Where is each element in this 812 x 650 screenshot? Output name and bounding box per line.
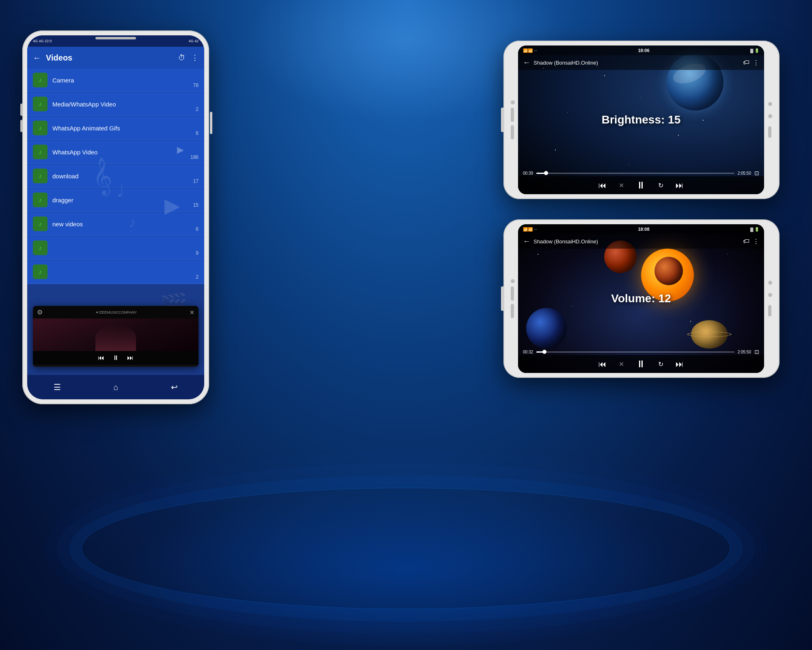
ls-controls-top: ⏮ ✕ ⏸ ↻ ⏭ xyxy=(518,176,764,194)
file-list: ♪ Camera 78 ♪ Media/WhatsApp Video 2 xyxy=(27,69,204,284)
folder-icon: ♪ xyxy=(33,73,48,87)
ls-repeat-bottom[interactable]: ↻ xyxy=(658,360,663,368)
mini-play-button[interactable]: ⏸ xyxy=(112,354,119,362)
back-nav-icon[interactable]: ↩ xyxy=(171,382,178,392)
star xyxy=(604,75,605,76)
list-item[interactable]: ♪ Media/WhatsApp Video 2 xyxy=(27,93,204,116)
bg-rings xyxy=(81,488,731,609)
mini-settings-icon[interactable]: ⚙ xyxy=(37,308,43,316)
ls-total-time-top: 2:05:50 xyxy=(738,171,751,176)
list-item[interactable]: ♪ WhatsApp Animated Gifs 6 xyxy=(27,117,204,140)
star xyxy=(629,165,629,165)
ls-repeat-top[interactable]: ↻ xyxy=(658,182,663,189)
ls-play-bottom[interactable]: ⏸ xyxy=(636,358,646,370)
brightness-overlay: Brightness: 15 xyxy=(602,113,681,126)
home-nav-icon[interactable]: ⌂ xyxy=(113,383,118,392)
file-count: 186 xyxy=(190,154,199,160)
ls-play-top[interactable]: ⏸ xyxy=(636,180,646,191)
camera-btn-bottom xyxy=(511,279,515,283)
ls-more-bottom[interactable]: ⋮ xyxy=(753,238,759,245)
bottom-nav: ☰ ⌂ ↩ xyxy=(27,375,204,399)
music-icon: ♪ xyxy=(39,125,42,131)
planet-blue xyxy=(526,308,567,349)
folder-icon: ♪ xyxy=(33,169,48,183)
volume-overlay: Volume: 12 xyxy=(611,292,671,305)
file-name: Camera xyxy=(52,77,199,84)
ls-back-bottom[interactable]: ← xyxy=(523,237,530,246)
back-button[interactable]: ← xyxy=(33,53,41,63)
play-overlay: ▶ xyxy=(164,194,180,217)
file-name: Media/WhatsApp Video xyxy=(52,101,199,108)
header-actions: ⏱ ⋮ xyxy=(178,53,199,62)
ls-next-top[interactable]: ⏭ xyxy=(676,181,684,190)
ls-progress-bar-bottom: 00:32 2:05:50 ⊡ xyxy=(518,349,764,355)
menu-btn-top xyxy=(768,126,771,138)
power-btn xyxy=(210,112,212,134)
more-icon[interactable]: ⋮ xyxy=(191,53,199,62)
phone-top-right: 📶📶 ··· 18:06 ▓ 🔋 ← Shadow (BonsaiHD.Onli… xyxy=(503,41,780,199)
file-name: new videos xyxy=(52,221,199,228)
menu-nav-icon[interactable]: ☰ xyxy=(54,382,61,392)
list-item[interactable]: ♪ 2 xyxy=(27,260,204,284)
timer-icon[interactable]: ⏱ xyxy=(178,54,186,62)
play-overlay-icon: ▶ xyxy=(177,145,184,155)
ls-controls-bottom: ⏮ ✕ ⏸ ↻ ⏭ xyxy=(518,355,764,373)
phone-side-buttons-left-top xyxy=(511,100,515,139)
back-btn-bottom xyxy=(768,293,772,297)
ls-next-bottom[interactable]: ⏭ xyxy=(676,360,684,369)
folder-icon: ♪ xyxy=(33,121,48,135)
mini-video-area[interactable] xyxy=(33,318,199,351)
camera-btn xyxy=(511,100,515,104)
ls-expand-top[interactable]: ⊡ xyxy=(754,170,759,176)
folder-icon: ♪ xyxy=(33,264,48,279)
ls-prev-top[interactable]: ⏮ xyxy=(598,181,607,190)
file-count: 6 xyxy=(196,130,199,136)
mini-next-button[interactable]: ⏭ xyxy=(127,354,134,362)
file-count: 17 xyxy=(193,178,199,184)
ls-battery-bottom: ▓ 🔋 xyxy=(750,227,759,232)
ls-shuffle-bottom[interactable]: ✕ xyxy=(619,360,624,368)
mini-prev-button[interactable]: ⏮ xyxy=(98,354,104,362)
silhouette xyxy=(95,325,136,351)
list-item-whatsapp-video[interactable]: ♪ WhatsApp Video ▶ 186 xyxy=(27,141,204,164)
list-item[interactable]: ♪ 9 xyxy=(27,236,204,260)
mini-controls: ⏮ ⏸ ⏭ xyxy=(33,351,199,365)
progress-fill-top xyxy=(536,173,546,174)
phone-side-buttons-right-top xyxy=(768,102,772,138)
ls-total-time-bottom: 2:05:50 xyxy=(738,350,751,354)
ls-bookmark-bottom[interactable]: 🏷 xyxy=(743,238,749,245)
ls-prev-bottom[interactable]: ⏮ xyxy=(598,360,607,369)
ls-signal-top: 📶📶 ··· xyxy=(523,48,537,53)
phone-side-buttons-left-bottom xyxy=(511,279,515,318)
ls-header-bottom: ← Shadow (BonsaiHD.Online) 🏷 ⋮ xyxy=(518,234,764,249)
list-item[interactable]: ♪ download 17 xyxy=(27,165,204,188)
list-item[interactable]: ♪ Camera 78 xyxy=(27,69,204,92)
progress-track-top[interactable] xyxy=(536,173,734,174)
ls-back-top[interactable]: ← xyxy=(523,58,530,67)
bg-glow-bottom xyxy=(122,488,690,650)
ls-expand-bottom[interactable]: ⊡ xyxy=(754,349,759,355)
progress-track-bottom[interactable] xyxy=(536,351,734,353)
menu-btn-bottom xyxy=(768,305,771,316)
star xyxy=(572,306,572,306)
phone-screen-left: 4G 4G 22:0 4G 42 ← Videos ⏱ ⋮ ♪ xyxy=(27,35,204,399)
volume-down-btn xyxy=(20,120,22,132)
ls-header-top: ← Shadow (BonsaiHD.Online) 🏷 ⋮ xyxy=(518,55,764,70)
file-count: 15 xyxy=(193,202,199,208)
ls-more-top[interactable]: ⋮ xyxy=(753,59,759,67)
phone-left: 4G 4G 22:0 4G 42 ← Videos ⏱ ⋮ ♪ xyxy=(22,30,209,404)
planet-saturn xyxy=(687,316,732,353)
page-title: Videos xyxy=(46,53,173,63)
music-icon: ♪ xyxy=(39,101,42,107)
file-name: WhatsApp Animated Gifs xyxy=(52,125,199,132)
folder-icon: ♪ xyxy=(33,97,48,111)
ls-signal-bottom: 📶📶 ··· xyxy=(523,227,537,232)
file-name: WhatsApp Video xyxy=(52,149,199,156)
phone-notch-left xyxy=(95,37,136,39)
ls-bookmark-top[interactable]: 🏷 xyxy=(743,59,749,66)
star xyxy=(538,254,538,255)
ls-shuffle-top[interactable]: ✕ xyxy=(619,182,624,189)
mini-player: ⚙ ✦/ZEEMUSICCOMPANY ✕ ⏮ ⏸ ⏭ xyxy=(33,306,199,367)
star xyxy=(727,254,728,254)
mini-close-icon[interactable]: ✕ xyxy=(190,309,194,316)
